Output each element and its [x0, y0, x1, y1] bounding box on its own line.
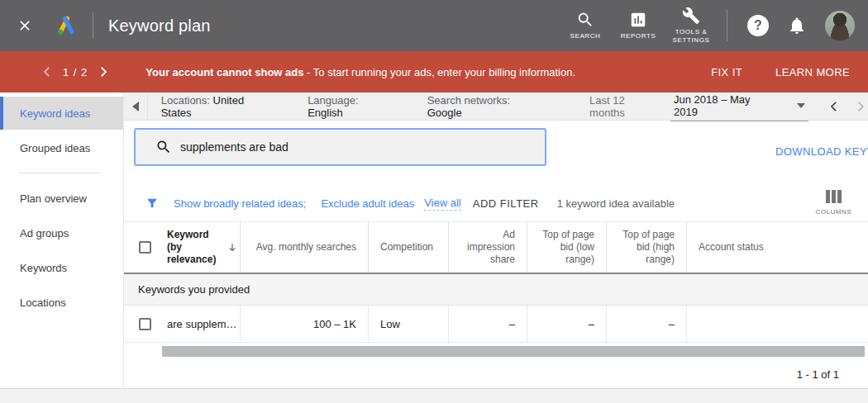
cell-competition: Low [368, 306, 448, 342]
help-icon: ? [754, 18, 762, 33]
add-filter-button[interactable]: ADD FILTER [473, 197, 539, 210]
header-top-bid-high[interactable]: Top of page bid (high range) [606, 222, 686, 273]
table-header-row: Keyword (by relevance) Avg. monthly sear… [124, 221, 868, 274]
toolbar-separator [147, 92, 148, 121]
page-title: Keyword plan [108, 17, 211, 36]
search-icon [576, 11, 594, 29]
header-ad-impression-share[interactable]: Ad impression share [448, 222, 527, 273]
reports-nav-label: REPORTS [621, 32, 656, 40]
topbar-divider [727, 10, 727, 41]
date-next-icon[interactable] [853, 99, 868, 114]
columns-icon [826, 190, 842, 203]
horizontal-scrollbar-track [124, 344, 868, 358]
targeting-toolbar: Locations: United States Language: Engli… [124, 92, 868, 121]
locations-setting[interactable]: Locations: United States [161, 94, 276, 119]
footer-strip [0, 388, 868, 403]
banner-next-icon[interactable] [96, 64, 111, 79]
reports-icon [629, 11, 647, 29]
cell-account-status [686, 306, 868, 342]
reports-nav-button[interactable]: REPORTS [613, 11, 664, 40]
wrench-icon [682, 7, 700, 25]
language-setting[interactable]: Language: English [308, 94, 396, 119]
exclude-adult-ideas-link[interactable]: Exclude adult ideas [321, 197, 414, 210]
cell-top-bid-high: – [606, 306, 686, 342]
sidebar-divider [18, 173, 100, 173]
back-arrow-icon [132, 102, 139, 111]
sidebar: Keyword ideas Grouped ideas Plan overvie… [0, 92, 124, 388]
view-all-link[interactable]: View all [424, 197, 461, 211]
sidebar-item-keywords[interactable]: Keywords [0, 251, 123, 284]
pagination: 1 - 1 of 1 [124, 358, 868, 388]
cell-ad-impression-share: – [448, 306, 527, 342]
search-nav-button[interactable]: SEARCH [560, 11, 611, 40]
cell-keyword: are supplem… [124, 306, 240, 342]
pagination-range: 1 - 1 of 1 [797, 368, 839, 381]
chevron-down-icon [797, 103, 805, 108]
header-account-status[interactable]: Account status [686, 222, 868, 273]
back-button[interactable] [124, 92, 147, 121]
tools-settings-nav-button[interactable]: TOOLS &SETTINGS [665, 7, 717, 45]
keywords-you-provided-section: Keywords you provided [124, 274, 868, 306]
banner-actions: FIX IT LEARN MORE [678, 66, 868, 78]
horizontal-scrollbar[interactable] [162, 346, 865, 357]
fix-it-button[interactable]: FIX IT [711, 66, 742, 78]
download-keywords-link[interactable]: DOWNLOAD KEYW [775, 145, 868, 158]
search-networks-setting[interactable]: Search networks: Google [427, 94, 546, 119]
main-content: Locations: United States Language: Engli… [124, 92, 868, 388]
keyword-idea-count: 1 keyword idea available [557, 197, 675, 210]
row-checkbox[interactable] [139, 318, 151, 330]
header-avg-monthly-searches[interactable]: Avg. monthly searches [240, 222, 368, 273]
search-icon [155, 139, 172, 155]
header-top-bid-low[interactable]: Top of page bid (low range) [527, 222, 606, 273]
banner-prev-icon[interactable] [40, 64, 55, 79]
topbar-divider [93, 12, 93, 39]
notifications-bell-icon[interactable] [787, 16, 807, 36]
top-app-bar: Keyword plan SEARCH REPORTS TOOLS &SETTI… [0, 0, 868, 51]
columns-label: COLUMNS [815, 208, 851, 216]
sidebar-item-plan-overview[interactable]: Plan overview [0, 182, 123, 215]
select-all-checkbox[interactable] [139, 241, 151, 254]
learn-more-button[interactable]: LEARN MORE [775, 66, 850, 78]
date-prev-icon[interactable] [827, 99, 842, 114]
columns-button[interactable]: COLUMNS [815, 190, 851, 216]
header-keyword[interactable]: Keyword (by relevance) [124, 222, 240, 273]
sidebar-item-locations[interactable]: Locations [0, 286, 123, 319]
filter-funnel-icon[interactable] [145, 197, 159, 210]
close-icon[interactable] [17, 17, 33, 34]
cell-top-bid-low: – [527, 306, 606, 342]
filter-bar: Show broadly related ideas; Exclude adul… [124, 185, 868, 221]
cell-avg-monthly-searches: 100 – 1K [240, 306, 368, 342]
billing-warning-banner: 1 / 2 Your account cannot show ads - To … [0, 51, 868, 92]
help-button[interactable]: ? [747, 15, 769, 36]
search-nav-label: SEARCH [570, 32, 601, 40]
account-avatar[interactable] [825, 11, 855, 40]
sidebar-item-ad-groups[interactable]: Ad groups [0, 216, 123, 249]
sidebar-item-grouped-ideas[interactable]: Grouped ideas [0, 131, 123, 164]
topbar-actions: SEARCH REPORTS TOOLS &SETTINGS ? [558, 7, 868, 45]
keyword-search-box [134, 128, 546, 166]
sidebar-item-keyword-ideas[interactable]: Keyword ideas [0, 97, 123, 130]
google-ads-logo [53, 14, 79, 37]
sort-descending-icon [227, 242, 238, 254]
broadly-related-ideas-link[interactable]: Show broadly related ideas; [174, 197, 306, 210]
keyword-search-input[interactable] [180, 140, 545, 154]
date-range-select[interactable]: Jun 2018 – May 2019 [670, 92, 808, 121]
header-competition[interactable]: Competition [368, 222, 448, 273]
banner-page-indicator: 1 / 2 [63, 66, 88, 78]
banner-message: Your account cannot show ads - To start … [145, 66, 575, 78]
date-preset-label: Last 12 months [589, 94, 662, 119]
table-row[interactable]: are supplem… 100 – 1K Low – – – [124, 306, 868, 343]
tools-settings-nav-label: TOOLS &SETTINGS [673, 28, 710, 45]
keyword-search-section: DOWNLOAD KEYW [124, 121, 868, 185]
